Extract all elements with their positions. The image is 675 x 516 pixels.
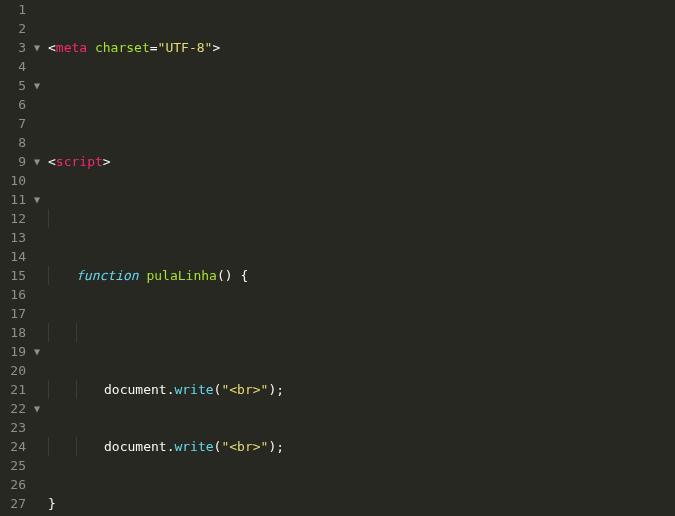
fold-marker[interactable] (34, 114, 48, 133)
line-number: 3 (6, 38, 26, 57)
line-number: 5 (6, 76, 26, 95)
fold-gutter: ▼ ▼ ▼ ▼ ▼ ▼ (34, 0, 48, 516)
line-number-gutter: 1 2 3 4 5 6 7 8 9 10 11 12 13 14 15 16 1… (0, 0, 34, 516)
fold-marker[interactable]: ▼ (34, 399, 48, 418)
fold-marker[interactable] (34, 95, 48, 114)
fold-marker[interactable] (34, 456, 48, 475)
code-editor[interactable]: <meta charset="UTF-8"> <script> function… (48, 0, 675, 516)
line-number: 24 (6, 437, 26, 456)
fold-marker[interactable] (34, 494, 48, 513)
line-number: 27 (6, 494, 26, 513)
fold-marker[interactable] (34, 475, 48, 494)
code-line[interactable]: } (48, 494, 675, 513)
fold-marker[interactable]: ▼ (34, 152, 48, 171)
fold-marker[interactable]: ▼ (34, 190, 48, 209)
fold-marker[interactable] (34, 361, 48, 380)
fold-marker[interactable]: ▼ (34, 38, 48, 57)
fold-marker[interactable] (34, 380, 48, 399)
line-number: 12 (6, 209, 26, 228)
code-line[interactable] (48, 323, 675, 342)
code-line[interactable]: <meta charset="UTF-8"> (48, 38, 675, 57)
line-number: 21 (6, 380, 26, 399)
line-number: 19 (6, 342, 26, 361)
fold-marker[interactable] (34, 133, 48, 152)
line-number: 9 (6, 152, 26, 171)
code-line[interactable]: document.write("<br>"); (48, 380, 675, 399)
fold-marker[interactable] (34, 57, 48, 76)
line-number: 1 (6, 0, 26, 19)
line-number: 18 (6, 323, 26, 342)
fold-marker[interactable] (34, 209, 48, 228)
line-number: 25 (6, 456, 26, 475)
line-number: 17 (6, 304, 26, 323)
line-number: 22 (6, 399, 26, 418)
fold-marker[interactable] (34, 0, 48, 19)
code-line[interactable] (48, 95, 675, 114)
fold-marker[interactable] (34, 247, 48, 266)
line-number: 23 (6, 418, 26, 437)
line-number: 6 (6, 95, 26, 114)
fold-marker[interactable] (34, 171, 48, 190)
line-number: 16 (6, 285, 26, 304)
line-number: 26 (6, 475, 26, 494)
line-number: 11 (6, 190, 26, 209)
line-number: 7 (6, 114, 26, 133)
line-number: 14 (6, 247, 26, 266)
fold-marker[interactable]: ▼ (34, 76, 48, 95)
fold-marker[interactable] (34, 437, 48, 456)
code-line[interactable]: document.write("<br>"); (48, 437, 675, 456)
fold-marker[interactable] (34, 418, 48, 437)
fold-marker[interactable] (34, 323, 48, 342)
line-number: 20 (6, 361, 26, 380)
line-number: 13 (6, 228, 26, 247)
code-line[interactable]: function pulaLinha() { (48, 266, 675, 285)
fold-marker[interactable]: ▼ (34, 342, 48, 361)
line-number: 8 (6, 133, 26, 152)
line-number: 2 (6, 19, 26, 38)
line-number: 10 (6, 171, 26, 190)
fold-marker[interactable] (34, 266, 48, 285)
fold-marker[interactable] (34, 228, 48, 247)
fold-marker[interactable] (34, 304, 48, 323)
code-line[interactable]: <script> (48, 152, 675, 171)
line-number: 4 (6, 57, 26, 76)
code-line[interactable] (48, 209, 675, 228)
line-number: 15 (6, 266, 26, 285)
fold-marker[interactable] (34, 19, 48, 38)
fold-marker[interactable] (34, 285, 48, 304)
